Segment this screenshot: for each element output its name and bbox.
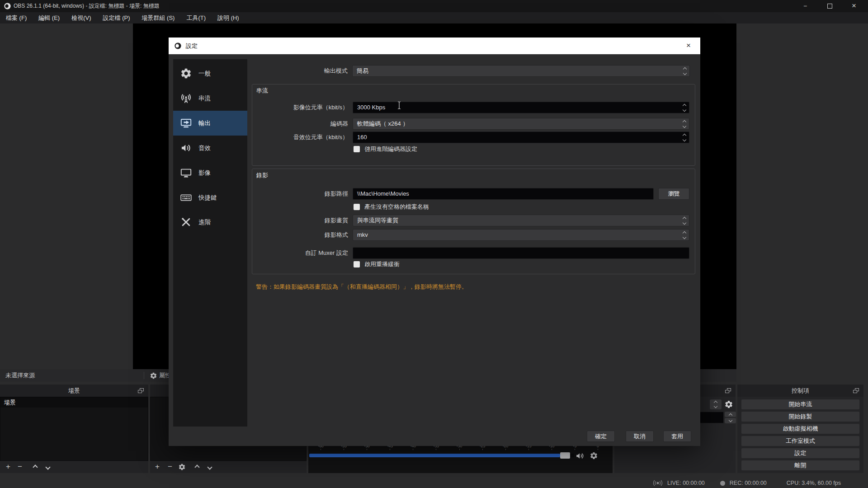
duration-step-down[interactable]	[725, 418, 736, 423]
broadcast-icon	[180, 92, 192, 104]
streaming-group-title: 串流	[256, 87, 268, 95]
close-button[interactable]: ×	[844, 0, 864, 12]
recording-quality-value: 與串流同等畫質	[357, 217, 398, 224]
audio-bitrate-select[interactable]: 160	[353, 131, 689, 143]
menu-item-profile[interactable]: 設定檔 (P)	[97, 12, 136, 23]
recording-path-input[interactable]: \\Mac\Home\Movies	[353, 188, 654, 200]
add-scene-icon[interactable]: +	[4, 461, 13, 473]
popout-icon[interactable]	[853, 388, 859, 393]
rec-time: REC: 00:00:00	[730, 480, 767, 486]
sidebar-item-video[interactable]: 影像	[173, 160, 247, 185]
recording-format-value: mkv	[357, 231, 368, 238]
output-mode-label: 輸出模式	[247, 65, 348, 77]
recording-format-label: 錄影格式	[252, 229, 348, 241]
cpu-fps-stats: CPU: 3.4%, 60.00 fps	[787, 480, 841, 486]
recording-group: 錄影 錄影路徑 \\Mac\Home\Movies 瀏覽 產生沒有空格的檔案名稱…	[252, 169, 695, 274]
menu-item-edit[interactable]: 編輯 (E)	[33, 12, 66, 23]
advanced-encoder-checkbox-label[interactable]: 啓用進階編碼器設定	[364, 145, 417, 153]
studio-mode-button[interactable]: 工作室模式	[741, 436, 859, 446]
menu-item-tools[interactable]: 工具(T)	[180, 12, 212, 23]
dialog-close-button[interactable]: ×	[683, 40, 694, 51]
transition-combo-spinner[interactable]	[710, 399, 722, 409]
output-mode-select[interactable]: 簡易	[352, 65, 690, 77]
no-space-filename-checkbox-label[interactable]: 產生沒有空格的檔案名稱	[364, 203, 429, 211]
move-source-down-icon[interactable]	[205, 461, 214, 473]
ok-button[interactable]: 確定	[587, 431, 615, 442]
apply-button[interactable]: 套用	[663, 431, 691, 442]
sidebar-item-stream[interactable]: 串流	[173, 86, 247, 111]
move-scene-up-icon[interactable]	[31, 461, 40, 473]
window-titlebar: OBS 26.1.1 (64-bit, windows) - 設定檔: 無標題 …	[0, 0, 868, 12]
muxer-settings-input[interactable]	[353, 247, 689, 259]
move-scene-down-icon[interactable]	[43, 461, 52, 473]
sidebar-item-hotkeys[interactable]: 快捷鍵	[173, 185, 247, 210]
minimize-button[interactable]: −	[795, 0, 816, 12]
exit-button[interactable]: 離開	[741, 460, 859, 470]
duration-step-up[interactable]	[725, 412, 736, 417]
settings-dialog: 設定 × 一般 串流 輸出 音效 影像	[169, 38, 700, 446]
maximize-button[interactable]	[819, 0, 840, 12]
menu-item-scene-collection[interactable]: 場景群組 (S)	[136, 12, 180, 23]
sidebar-item-advanced[interactable]: 進階	[173, 210, 247, 235]
volume-slider-handle[interactable]	[560, 452, 570, 459]
browse-button[interactable]: 瀏覽	[658, 188, 689, 200]
menu-bar: 檔案 (F) 編輯 (E) 檢視(V) 設定檔 (P) 場景群組 (S) 工具(…	[0, 12, 868, 23]
obs-logo-icon	[174, 42, 182, 50]
replay-buffer-checkbox-label[interactable]: 啟用重播緩衝	[364, 261, 400, 268]
start-virtual-camera-button[interactable]: 啟動虛擬相機	[741, 424, 859, 434]
no-space-filename-checkbox[interactable]	[354, 204, 360, 210]
remove-source-icon[interactable]: −	[165, 461, 175, 473]
cancel-button[interactable]: 取消	[626, 431, 654, 442]
chevron-updown-icon	[681, 215, 688, 226]
scenes-dock: 場景 場景 + −	[0, 385, 148, 473]
scene-list-item[interactable]: 場景	[0, 397, 148, 408]
sidebar-item-general[interactable]: 一般	[173, 61, 247, 86]
context-divider	[144, 372, 144, 379]
move-source-up-icon[interactable]	[193, 461, 202, 473]
video-bitrate-input[interactable]: 3000 Kbps	[353, 102, 689, 113]
sidebar-item-audio[interactable]: 音效	[173, 136, 247, 160]
source-properties-gear-icon[interactable]	[178, 463, 186, 471]
remove-scene-icon[interactable]: −	[15, 461, 24, 473]
encoder-value: 軟體編碼（ x264 ）	[357, 120, 408, 127]
settings-button[interactable]: 設定	[741, 448, 859, 458]
popout-icon[interactable]	[138, 388, 144, 393]
chevron-updown-icon	[681, 118, 688, 129]
advanced-encoder-checkbox[interactable]	[354, 146, 360, 152]
recording-format-select[interactable]: mkv	[353, 229, 689, 241]
menu-item-file[interactable]: 檔案 (F)	[0, 12, 33, 23]
start-streaming-button[interactable]: 開始串流	[741, 399, 859, 409]
recording-quality-select[interactable]: 與串流同等畫質	[353, 215, 689, 226]
obs-logo-icon	[4, 2, 11, 10]
rec-dot-icon	[720, 481, 725, 486]
mute-speaker-icon[interactable]	[575, 451, 585, 461]
properties-gear-icon[interactable]	[150, 372, 157, 380]
encoder-select[interactable]: 軟體編碼（ x264 ）	[353, 118, 689, 130]
settings-sidebar: 一般 串流 輸出 音效 影像 快捷鍵	[173, 59, 247, 427]
menu-item-view[interactable]: 檢視(V)	[66, 12, 97, 23]
mixer-gear-icon[interactable]	[590, 451, 598, 460]
video-bitrate-value: 3000 Kbps	[357, 104, 385, 111]
streaming-group: 串流 影像位元率（kbit/s） 3000 Kbps 編碼器 軟體編碼（ x26…	[252, 84, 695, 166]
add-source-icon[interactable]: +	[153, 461, 162, 473]
controls-dock: 控制項 開始串流 開始錄製 啟動虛擬相機 工作室模式 設定 離開	[737, 385, 863, 473]
scenes-dock-header[interactable]: 場景	[0, 385, 148, 397]
sidebar-item-output[interactable]: 輸出	[173, 111, 247, 136]
sources-toolbar: + −	[150, 460, 307, 473]
controls-dock-title: 控制項	[792, 387, 809, 394]
controls-dock-header[interactable]: 控制項	[737, 385, 863, 397]
replay-buffer-checkbox[interactable]	[354, 261, 360, 267]
live-signal-icon	[653, 480, 663, 486]
speaker-icon	[180, 142, 192, 154]
popout-icon[interactable]	[725, 388, 731, 393]
window-title: OBS 26.1.1 (64-bit, windows) - 設定檔: 無標題 …	[14, 0, 160, 12]
transition-gear-icon[interactable]	[724, 400, 733, 409]
recording-quality-label: 錄影畫質	[252, 215, 348, 226]
scenes-toolbar: + −	[0, 460, 148, 473]
volume-slider-fill	[309, 454, 560, 457]
spinner-arrows-icon[interactable]	[681, 102, 688, 113]
scenes-dock-title: 場景	[68, 387, 80, 394]
start-recording-button[interactable]: 開始錄製	[741, 412, 859, 422]
menu-item-help[interactable]: 說明 (H)	[212, 12, 245, 23]
encoder-label: 編碼器	[252, 118, 348, 130]
